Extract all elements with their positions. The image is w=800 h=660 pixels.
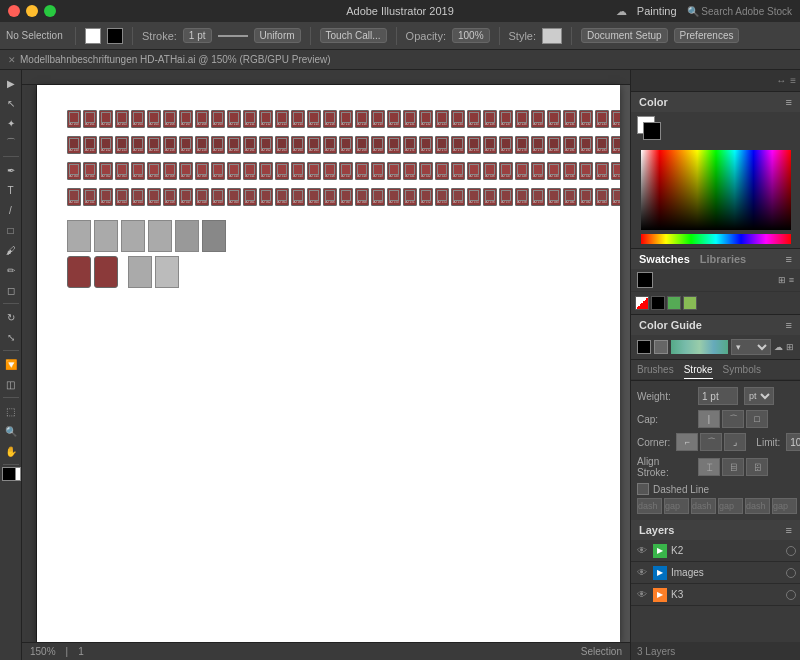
gap-input-2[interactable] — [718, 498, 743, 514]
gap-input-3[interactable] — [772, 498, 797, 514]
stamp-item: A2 265 — [307, 136, 321, 154]
stroke-swatch[interactable] — [107, 28, 123, 44]
document-tab[interactable]: ✕ Modellbahnbeschriftungen HD-ATHai.ai @… — [0, 50, 800, 70]
layer-target-k2[interactable] — [786, 546, 796, 556]
swatch-none[interactable] — [635, 296, 649, 310]
minimize-button[interactable] — [26, 5, 38, 17]
direct-select-tool[interactable]: ↖ — [2, 94, 20, 112]
line-tool[interactable]: / — [2, 201, 20, 219]
tab-brushes[interactable]: Brushes — [637, 364, 674, 379]
pencil-tool[interactable]: ✏ — [2, 261, 20, 279]
tab-stroke[interactable]: Stroke — [684, 364, 713, 379]
eraser-tool[interactable]: ◻ — [2, 281, 20, 299]
stroke-style-btn[interactable]: Uniform — [254, 28, 301, 43]
type-tool[interactable]: T — [2, 181, 20, 199]
close-button[interactable] — [8, 5, 20, 17]
tab-swatches[interactable]: Swatches — [639, 253, 690, 265]
align-inside[interactable]: ⌸ — [722, 458, 744, 476]
hand-tool[interactable]: ✋ — [2, 442, 20, 460]
touch-call-btn[interactable]: Touch Call... — [320, 28, 387, 43]
cg-icon-2[interactable]: ⊞ — [786, 342, 794, 352]
style-swatch[interactable] — [542, 28, 562, 44]
stamp-item: A2 208 — [195, 110, 209, 128]
maximize-button[interactable] — [44, 5, 56, 17]
color-hue-bar[interactable] — [641, 234, 791, 244]
swatches-view-icon[interactable]: ⊞ — [778, 275, 786, 285]
tab-symbols[interactable]: Symbols — [723, 364, 761, 379]
dash-input-2[interactable] — [691, 498, 716, 514]
cg-swatch-2[interactable] — [654, 340, 668, 354]
layer-row-k3[interactable]: 👁 ▶ K3 — [631, 584, 800, 606]
layer-vis-k2[interactable]: 👁 — [635, 544, 649, 558]
eyedropper-tool[interactable]: 🔽 — [2, 355, 20, 373]
panel-icon-1[interactable]: ↔ — [776, 75, 786, 86]
layer-target-k3[interactable] — [786, 590, 796, 600]
limit-input[interactable] — [786, 433, 800, 451]
layer-row-k2[interactable]: 👁 ▶ K2 — [631, 540, 800, 562]
stroke-weight-input[interactable]: 1 pt — [183, 28, 212, 43]
swatch-item-black[interactable] — [651, 296, 665, 310]
cap-square[interactable]: □ — [746, 410, 768, 428]
color-panel-menu[interactable]: ≡ — [786, 96, 792, 108]
stamp-item: A2 369 — [371, 188, 385, 206]
color-spectrum[interactable] — [641, 150, 791, 230]
dash-input-1[interactable] — [637, 498, 662, 514]
dashed-checkbox[interactable] — [637, 483, 649, 495]
cap-round[interactable]: ⌒ — [722, 410, 744, 428]
color-spectrum-container[interactable] — [631, 144, 800, 248]
swatch-item-1[interactable] — [667, 296, 681, 310]
gap-input-1[interactable] — [664, 498, 689, 514]
opacity-input[interactable]: 100% — [452, 28, 490, 43]
stamp-row-3: A2 300A2 301A2 302A2 303A2 304A2 305A2 3… — [67, 162, 610, 180]
swatch-black[interactable] — [637, 272, 653, 288]
layer-target-images[interactable] — [786, 568, 796, 578]
toolbar: No Selection Stroke: 1 pt Uniform Touch … — [0, 22, 800, 50]
stamp-item: A2 252 — [99, 136, 113, 154]
weight-input[interactable] — [698, 387, 738, 405]
gradient-tool[interactable]: ◫ — [2, 375, 20, 393]
selection-tool[interactable]: ▶ — [2, 74, 20, 92]
swatches-list-icon[interactable]: ≡ — [789, 275, 794, 285]
align-center[interactable]: ⌶ — [698, 458, 720, 476]
cg-harmony-select[interactable]: ▾ — [731, 339, 771, 355]
corner-bevel[interactable]: ⌟ — [724, 433, 746, 451]
artboard[interactable]: A2 200A2 201A2 202A2 203A2 204A2 205A2 2… — [37, 85, 620, 642]
magic-wand-tool[interactable]: ✦ — [2, 114, 20, 132]
rectangle-tool[interactable]: □ — [2, 221, 20, 239]
color-guide-menu[interactable]: ≡ — [786, 319, 792, 331]
layers-menu[interactable]: ≡ — [786, 524, 792, 536]
workspace-label[interactable]: Painting — [637, 5, 677, 17]
swatches-menu[interactable]: ≡ — [786, 253, 792, 265]
align-outside[interactable]: ⌹ — [746, 458, 768, 476]
corner-round[interactable]: ⌒ — [700, 433, 722, 451]
swatch-item-2[interactable] — [683, 296, 697, 310]
canvas-area[interactable]: A2 200A2 201A2 202A2 203A2 204A2 205A2 2… — [22, 70, 630, 660]
lasso-tool[interactable]: ⌒ — [2, 134, 20, 152]
doc-setup-btn[interactable]: Document Setup — [581, 28, 668, 43]
paintbrush-tool[interactable]: 🖌 — [2, 241, 20, 259]
corner-miter[interactable]: ⌐ — [676, 433, 698, 451]
cg-icon-1[interactable]: ☁ — [774, 342, 783, 352]
stamp-item: A2 381 — [563, 188, 577, 206]
panel-icon-2[interactable]: ≡ — [790, 75, 796, 86]
layer-row-images[interactable]: 👁 ▶ Images — [631, 562, 800, 584]
cg-harmony-bar[interactable] — [671, 340, 728, 354]
preferences-btn[interactable]: Preferences — [674, 28, 740, 43]
artboard-tool[interactable]: ⬚ — [2, 402, 20, 420]
foreground-swatch[interactable] — [2, 467, 16, 481]
weight-unit-select[interactable]: pt — [744, 387, 774, 405]
layer-vis-k3[interactable]: 👁 — [635, 588, 649, 602]
fg-color-swatch[interactable] — [643, 122, 661, 140]
dash-input-3[interactable] — [745, 498, 770, 514]
pen-tool[interactable]: ✒ — [2, 161, 20, 179]
zoom-tool[interactable]: 🔍 — [2, 422, 20, 440]
tab-libraries[interactable]: Libraries — [700, 253, 746, 265]
cg-base-swatch[interactable] — [637, 340, 651, 354]
scale-tool[interactable]: ⤡ — [2, 328, 20, 346]
cap-butt[interactable]: | — [698, 410, 720, 428]
layer-vis-images[interactable]: 👁 — [635, 566, 649, 580]
rotate-tool[interactable]: ↻ — [2, 308, 20, 326]
fill-swatch[interactable] — [85, 28, 101, 44]
color-panel: Color ≡ — [631, 92, 800, 249]
close-tab-icon[interactable]: ✕ — [8, 55, 16, 65]
